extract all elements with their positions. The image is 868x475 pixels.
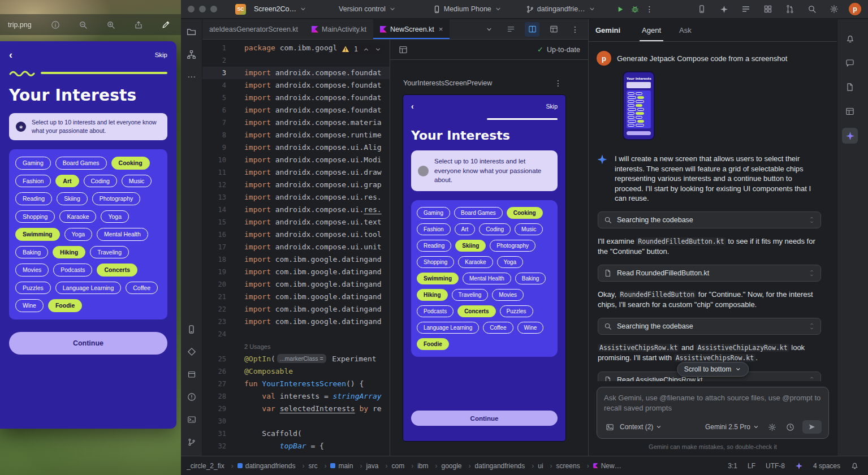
todo-list-icon[interactable] [739, 2, 753, 16]
breadcrumb-item[interactable]: screens [556, 462, 593, 470]
profile-avatar[interactable]: p [849, 3, 861, 15]
interest-chip[interactable]: Wine [15, 299, 44, 312]
caret-position[interactable]: 3:1 [728, 462, 737, 470]
breadcrumb-item[interactable]: New… [593, 462, 632, 470]
interest-chip[interactable]: Traveling [90, 246, 129, 259]
interest-chip[interactable]: Foodie [417, 338, 449, 350]
interest-chip[interactable]: Hiking [417, 289, 448, 301]
indent-setting[interactable]: 4 spaces [813, 462, 840, 470]
device-manager-icon[interactable] [184, 321, 200, 337]
notifications-icon[interactable] [842, 31, 858, 46]
expand-collapse-icon[interactable] [809, 375, 815, 382]
code-line[interactable]: 8 import androidx.compose.runtime [202, 129, 390, 141]
interest-chip[interactable]: Karaoke [59, 210, 96, 223]
split-editor-icon[interactable] [525, 22, 539, 37]
ai-chat-icon[interactable] [842, 55, 858, 71]
expand-collapse-icon[interactable] [809, 215, 815, 224]
interest-chip[interactable]: Traveling [452, 289, 489, 301]
interest-chip[interactable]: Music [515, 223, 543, 235]
skip-button[interactable]: Skip [546, 103, 558, 110]
code-line[interactable]: 2 Usages [202, 340, 390, 353]
prompt-settings-icon[interactable] [766, 421, 778, 433]
interest-chip[interactable]: Concerts [97, 264, 137, 277]
ai-actions-icon[interactable] [716, 2, 731, 16]
interest-chip[interactable]: Podcasts [417, 305, 454, 317]
breadcrumb-item[interactable]: main [330, 462, 366, 470]
close-tab-icon[interactable]: × [439, 25, 443, 33]
interest-chip[interactable]: Concerts [457, 305, 495, 317]
macos-close-button[interactable] [188, 6, 195, 12]
code-line[interactable]: 31 Scaffold( [202, 428, 390, 440]
tool-card[interactable]: Searching the codebase [598, 318, 821, 335]
interest-chip[interactable]: Photography [92, 192, 141, 205]
code-line[interactable]: 16 import androidx.compose.ui.tool [202, 228, 390, 241]
tab-agent[interactable]: Agent [640, 19, 663, 41]
notifications-status-icon[interactable] [850, 461, 859, 470]
context-selector[interactable]: Context (2) [620, 423, 662, 431]
skip-button[interactable]: Skip [155, 51, 167, 58]
device-selector[interactable]: Medium Phone [429, 3, 506, 16]
editor-more-icon[interactable]: ⋮ [568, 22, 582, 37]
code-line[interactable]: 11 import androidx.compose.ui.draw [202, 166, 390, 179]
code-line[interactable]: 9 import androidx.compose.ui.Alig [202, 141, 390, 154]
interest-chip[interactable]: Wine [517, 322, 544, 334]
interest-chip[interactable]: Shopping [15, 210, 55, 223]
continue-button[interactable]: Continue [411, 411, 558, 426]
continue-button[interactable]: Continue [9, 332, 167, 355]
interest-chip[interactable]: Mental Health [463, 273, 511, 284]
code-editor[interactable]: 1 package com.ibm.googl 2 3 import andro… [202, 40, 390, 456]
tool-card[interactable]: Searching the codebase [598, 211, 821, 228]
structure-view-icon[interactable] [503, 22, 518, 37]
interest-chip[interactable]: Foodie [48, 299, 82, 312]
back-chevron-icon[interactable]: ‹ [411, 102, 414, 110]
interest-chip[interactable]: Art [455, 223, 476, 235]
gemini-prompt-input[interactable] [604, 393, 822, 414]
code-line[interactable]: 4 import androidx.compose.foundat [202, 79, 390, 92]
code-line[interactable]: 30 [202, 415, 390, 428]
code-line[interactable]: 25 @OptIn(...markerClass = Experiment [202, 353, 390, 365]
code-line[interactable]: 7 import androidx.compose.materia [202, 116, 390, 129]
interest-chip[interactable]: Skiing [57, 192, 88, 205]
next-problem-icon[interactable] [374, 46, 382, 53]
editor-tab[interactable]: MainActivity.kt × [305, 19, 373, 39]
line-ending[interactable]: LF [748, 462, 755, 470]
macos-zoom-button[interactable] [210, 6, 217, 12]
structure-toolwindow-icon[interactable] [184, 46, 200, 62]
interest-chip[interactable]: Baking [15, 246, 48, 259]
attach-image-icon[interactable] [604, 421, 615, 433]
prev-problem-icon[interactable] [362, 46, 370, 53]
interest-chip[interactable]: Swimming [417, 273, 459, 284]
code-line[interactable]: 23 import com.ibm.google.datingand [202, 316, 390, 328]
share-icon[interactable] [131, 18, 145, 32]
code-line[interactable]: 32 topBar = { [202, 440, 390, 452]
gemini-toolwindow-icon[interactable] [842, 128, 858, 144]
code-line[interactable]: 2 [202, 54, 390, 67]
interest-chip[interactable]: Language Learning [417, 322, 479, 334]
code-line[interactable]: 27 fun YourInterestsScreen() { [202, 378, 390, 390]
project-toolwindow-icon[interactable] [184, 24, 200, 40]
zoom-in-icon[interactable] [103, 18, 118, 32]
chat-screenshot-thumbnail[interactable]: Your Interests [623, 71, 655, 140]
interest-chip[interactable]: Cooking [507, 207, 543, 219]
preview-menu-icon[interactable]: ⋮ [551, 76, 565, 90]
interest-chip[interactable]: Language Learning [55, 282, 122, 295]
breadcrumb-item[interactable]: java [366, 462, 391, 470]
code-line[interactable]: 6 import androidx.compose.foundat [202, 104, 390, 116]
interest-chip[interactable]: Cooking [111, 157, 150, 170]
code-line[interactable]: 13 import androidx.compose.ui.res. [202, 191, 390, 204]
breadcrumb-item[interactable]: datingandfriends [237, 462, 309, 470]
interest-chip[interactable]: Hiking [53, 246, 85, 259]
device-mirroring-icon[interactable] [694, 2, 709, 16]
interest-chip[interactable]: Coffee [126, 282, 158, 295]
code-line[interactable]: 22 import com.ibm.google.datingand [202, 303, 390, 316]
model-selector[interactable]: Gemini 2.5 Pro [705, 423, 759, 431]
tool-card[interactable]: Read RoundedFilledButton.kt [598, 265, 821, 282]
code-line[interactable]: 28 val interests = stringArray [202, 390, 390, 403]
project-selector[interactable]: Screen2Co… [251, 3, 310, 15]
expand-collapse-icon[interactable] [809, 269, 815, 278]
editor-tab[interactable]: NewScreen.kt × [373, 19, 450, 39]
interest-chip[interactable]: Gaming [417, 207, 450, 219]
problems-toolwindow-icon[interactable] [184, 389, 200, 405]
code-line[interactable]: 26 @Composable [202, 365, 390, 378]
interest-chip[interactable]: Yoga [101, 210, 129, 223]
